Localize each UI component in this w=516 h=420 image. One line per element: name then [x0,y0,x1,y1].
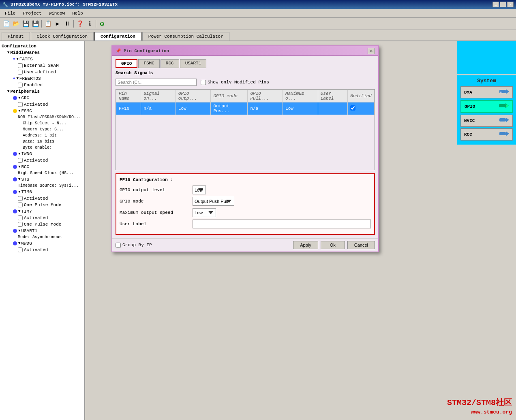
toolbar-generate[interactable]: ⚙ [98,19,107,28]
iwdg-activated-check[interactable] [18,158,23,163]
dialog-close-button[interactable]: ✕ [368,48,375,54]
search-input[interactable] [116,79,197,86]
toolbar-sep3 [96,20,96,28]
tab-power[interactable]: Power Consumption Calculator [142,32,229,41]
tree-tim7[interactable]: ▼ TIM7 [0,208,84,215]
toolbar-info[interactable]: ℹ [85,19,94,28]
tree-rcc-clock: High Speed Clock (HS... [0,170,84,176]
gpio-output-level-select[interactable]: Low High [193,185,206,194]
tree-fsmc[interactable]: ▼ FSMC [0,108,84,114]
expand-freertos[interactable]: ▼ [16,77,18,81]
dialog-tab-rcc[interactable]: RCC [161,59,179,68]
cell-gpio-mode: Output Pus... [211,102,248,115]
watermark-line1: STM32/STM8社区 [447,397,512,409]
expand-peripherals[interactable]: ▼ [7,90,9,94]
menu-file[interactable]: File [2,10,19,17]
dialog-title: Pin Configuration [124,49,169,53]
toolbar-stop[interactable]: ⏸ [63,19,72,28]
gpio-mode-select[interactable]: Output Push Pull Output Open Drain [193,197,234,206]
col-pin-name: Pin Name [116,90,141,102]
wwdg-label: WWDG [21,241,32,246]
toolbar-open[interactable]: 📂 [11,19,20,28]
toolbar-copy[interactable]: 📋 [43,19,52,28]
tree-middlewares: ▼ MiddleWares [0,49,84,56]
sys-rcc-button[interactable]: RCC [460,128,513,141]
group-by-ip-check[interactable] [116,243,121,248]
show-modified-check[interactable] [201,80,206,85]
crc-dot [13,96,17,100]
expand-crc[interactable]: ▼ [18,96,20,100]
fatfs-user-label: User-defined [24,70,56,75]
tim6-opm-label: One Pulse Mode [24,203,61,207]
expand-fsmc[interactable]: ▼ [18,109,20,113]
expand-usart1[interactable]: ▼ [18,229,20,233]
apply-button[interactable]: Apply [293,241,318,249]
tree-root: Configuration [0,43,84,49]
tree-freertos-enabled: Enabled [0,82,84,88]
tree-crc[interactable]: ▼ CRC [0,95,84,101]
tree-wwdg[interactable]: ▼ WWDG [0,240,84,247]
toolbar-save2[interactable]: 💾 [31,19,40,28]
tim7-activated-check[interactable] [18,215,23,220]
sys-dma-button[interactable]: DMA ⟷ [460,86,513,98]
toolbar-save[interactable]: 💾 [21,19,30,28]
menu-window[interactable]: Window [46,10,69,17]
cancel-button[interactable]: Cancel [347,241,375,249]
user-label-input[interactable] [193,220,371,228]
tab-configuration[interactable]: Configuration [94,32,141,41]
tim6-opm-check[interactable] [18,203,23,207]
tree-root-label: Configuration [2,44,36,49]
dma-icon: ⟷ [499,88,509,96]
toolbar-run[interactable]: ▶ [53,19,62,28]
ok-button[interactable]: Ok [321,241,345,249]
tree-iwdg[interactable]: ▼ IWDG [0,151,84,157]
wwdg-activated-check[interactable] [18,247,23,252]
dialog-tab-usart1[interactable]: USART1 [180,59,207,68]
sys-gpio-button[interactable]: GPIO [460,100,513,113]
tab-pinout[interactable]: Pinout [2,32,30,41]
expand-middlewares[interactable]: ▼ [7,51,9,55]
usart1-mode-label: Mode: Asynchronous [18,235,62,239]
tree-tim6[interactable]: ▼ TIM6 [0,189,84,195]
tree-freertos[interactable]: ● ▼ FREERTOS [0,75,84,82]
toolbar-help[interactable]: ❓ [75,19,84,28]
watermark-line2: www.stmcu.org [447,409,512,416]
expand-wwdg[interactable]: ▼ [18,241,20,245]
dialog-tab-gpio[interactable]: GPIO [116,59,137,68]
fatfs-external-label: External SRAM [24,63,59,68]
maximize-button[interactable]: □ [500,2,506,7]
middlewares-label: MiddleWares [10,50,40,55]
tim7-activated-label: Activated [24,215,48,220]
sys-nvic-button[interactable]: NVIC [460,115,513,127]
dialog-tab-fsmc[interactable]: FSMC [138,59,159,68]
crc-activated-check[interactable] [18,102,23,107]
usart1-dot [13,229,17,233]
menu-project[interactable]: Project [19,10,45,17]
gpio-mode-wrapper: Output Push Pull Output Open Drain [193,197,371,206]
expand-tim6[interactable]: ▼ [18,190,20,194]
tim7-opm-check[interactable] [18,222,23,227]
tree-fatfs[interactable]: ● ▼ FATFS [0,56,84,62]
gpio-mode-label: GPIO mode [120,199,193,204]
freertos-enabled-check[interactable] [18,83,23,87]
cell-signal: n/a [141,102,176,115]
svg-point-5 [506,104,508,107]
tree-rcc[interactable]: ▼ RCC [0,164,84,170]
max-output-speed-select[interactable]: Low Medium High Very High [193,208,216,217]
fatfs-external-check[interactable] [18,63,23,68]
tim6-activated-check[interactable] [18,196,23,201]
tree-usart1[interactable]: ▼ USART1 [0,228,84,234]
minimize-button[interactable]: _ [492,2,499,7]
fatfs-user-check[interactable] [18,70,23,75]
expand-rcc[interactable]: ▼ [18,165,20,169]
expand-iwdg[interactable]: ▼ [18,152,20,156]
table-row[interactable]: PF10 n/a Low Output Pus... n/a Low [116,102,375,115]
tab-clock[interactable]: Clock Configuration [31,32,94,41]
expand-sts[interactable]: ▼ [18,177,20,181]
close-button[interactable]: ✕ [507,2,514,7]
expand-fatfs[interactable]: ▼ [16,57,18,61]
menu-help[interactable]: Help [69,10,86,17]
toolbar-new[interactable]: 📄 [2,19,11,28]
tree-sts[interactable]: ▼ STS [0,176,84,183]
expand-tim7[interactable]: ▼ [18,209,20,213]
